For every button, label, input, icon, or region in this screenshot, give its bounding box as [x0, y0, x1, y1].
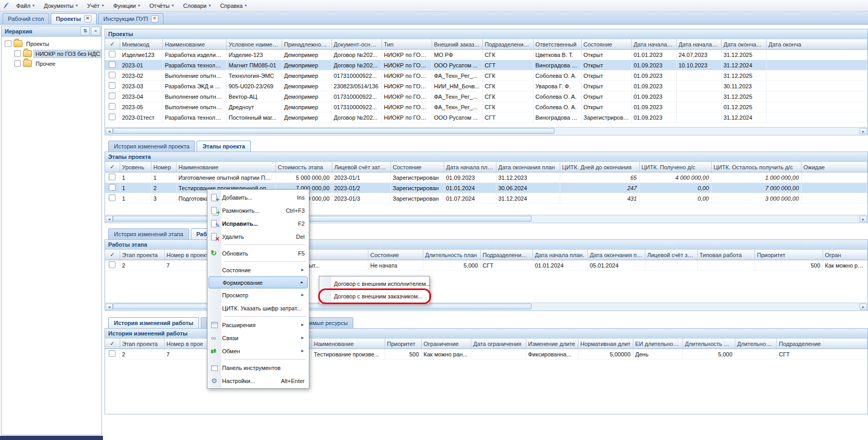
collapse-panel-icon[interactable]: « [91, 27, 100, 36]
menu-accounting[interactable]: Учёт▾ [83, 2, 109, 10]
cell[interactable]: 017310000922... [331, 91, 381, 102]
menu-item[interactable]: Договор с внешним исполнителем... [320, 277, 428, 290]
cell[interactable]: Договор №202... [331, 60, 381, 71]
cell[interactable]: 0,00 [639, 183, 711, 193]
menu-item[interactable]: Размножить...Ctrl+F3 [209, 204, 308, 217]
tree-checkbox[interactable] [5, 40, 11, 47]
column-header[interactable]: Длительность пла [682, 339, 735, 349]
cell[interactable]: 5,000 [423, 260, 480, 271]
cell[interactable]: СГК [482, 102, 533, 112]
select-column-header[interactable]: ✓ [105, 339, 120, 349]
select-column-header[interactable]: ✓ [105, 162, 120, 172]
menu-item[interactable]: Состояние► [209, 263, 308, 276]
cell[interactable]: Демопример [282, 50, 331, 60]
cell[interactable] [766, 60, 867, 71]
column-header[interactable]: Состояние [390, 162, 444, 172]
cell[interactable]: 431 [560, 193, 639, 204]
table-row[interactable]: 2023-01тестРазработка технологии и...Пос… [105, 112, 867, 123]
cell[interactable]: Уварова Г. Ф. [533, 81, 581, 91]
column-header[interactable]: Подразделение-от [482, 39, 533, 50]
row-checkbox[interactable] [109, 82, 115, 89]
cell[interactable]: Демопример [282, 102, 331, 112]
cell[interactable]: 31.12.2025 [721, 50, 766, 60]
cell[interactable]: 01.09.2023 [631, 102, 676, 112]
cell[interactable]: 65 [560, 172, 639, 183]
cell[interactable]: 01.09.2023 [631, 81, 676, 91]
row-checkbox[interactable] [109, 261, 115, 268]
cell[interactable]: 2023-01тест [120, 112, 163, 123]
row-checkbox[interactable] [109, 72, 115, 78]
row-checkbox[interactable] [109, 194, 115, 201]
cell[interactable]: Договор №202... [331, 50, 381, 60]
tab-project-history[interactable]: История изменений проекта [108, 141, 195, 152]
cell[interactable] [766, 91, 867, 102]
column-header[interactable]: Ожидае [801, 162, 867, 172]
row-checkbox[interactable] [109, 113, 115, 120]
cell[interactable]: Выполнение опытно-конс... [163, 91, 226, 102]
cell[interactable]: 01.01.2024 [444, 183, 496, 193]
cell[interactable]: 01.12.2025 [721, 102, 766, 112]
menu-documents[interactable]: Документы▾ [39, 2, 83, 10]
cell[interactable]: СГК [482, 81, 533, 91]
column-header[interactable]: Длительность фак [735, 339, 777, 349]
column-header[interactable]: Дата ограничения [471, 339, 526, 349]
menu-item[interactable]: ЦИТК. Указать шифр затрат... [209, 302, 308, 315]
cell[interactable]: ООО Русатом ... [432, 112, 482, 123]
column-header[interactable]: Этап проекта [120, 250, 164, 260]
cell[interactable]: ООО Русатом ... [432, 60, 482, 71]
cell[interactable]: 31.12.2024 [721, 60, 766, 71]
column-header[interactable]: Ограничение [421, 339, 471, 349]
cell[interactable]: Договор №202... [331, 112, 381, 123]
cell[interactable] [766, 71, 867, 81]
cell[interactable]: 01.01.2023 [631, 50, 676, 60]
cell[interactable]: Разработка изделия 123 [163, 50, 226, 60]
menu-item[interactable]: Настройки...Alt+Enter [209, 374, 308, 387]
cell[interactable]: Цветкова В. Т. [533, 50, 581, 60]
cell[interactable]: 0,00 [639, 193, 711, 204]
column-header[interactable]: Огран [823, 250, 867, 260]
column-header[interactable]: Приоритет [385, 339, 421, 349]
cell[interactable]: 01.09.2023 [631, 91, 676, 102]
menu-help[interactable]: Справка▾ [215, 2, 251, 10]
column-header[interactable]: Дата начала план [631, 39, 676, 50]
cell[interactable] [801, 183, 867, 193]
select-column-header[interactable]: ✓ [105, 39, 120, 50]
menu-item[interactable]: Исправить...F2 [209, 217, 308, 230]
scroll-left-icon[interactable]: ◄ [106, 304, 113, 310]
cell[interactable]: 31.12.2025 [721, 91, 766, 102]
cell[interactable]: 01.07.2024 [444, 193, 496, 204]
cell[interactable]: 2023-01/2 [332, 183, 390, 193]
cell[interactable]: НИОКР по ГОЗ ... [381, 81, 432, 91]
menu-item[interactable]: Расширения► [209, 318, 308, 331]
cell[interactable]: Как можно ран... [421, 349, 471, 360]
scroll-thumb[interactable] [113, 128, 554, 134]
cell[interactable]: 30.11.2023 [721, 81, 766, 91]
column-header[interactable]: Состояние [368, 250, 423, 260]
tab-desktop[interactable]: Рабочий стол [3, 13, 49, 24]
cell[interactable] [676, 112, 721, 123]
cell[interactable]: СГТ [482, 112, 533, 123]
cell[interactable]: СГТ [480, 260, 533, 271]
cell[interactable]: 2023-04 [120, 91, 163, 102]
row-checkbox[interactable] [109, 61, 115, 68]
column-header[interactable]: Состояние [581, 39, 631, 50]
cell[interactable]: 1 [120, 172, 151, 183]
menu-item[interactable]: Связи► [209, 331, 308, 344]
cell[interactable]: 5,000 [682, 349, 735, 360]
cell[interactable]: НИОКР по ГОЗ ... [381, 112, 432, 123]
cell[interactable]: НИОКР по ГОЗ ... [381, 60, 432, 71]
scroll-left-icon[interactable]: ◄ [106, 128, 113, 134]
cell[interactable]: Тестирование произве... [311, 349, 385, 360]
tab-work-history[interactable]: История изменений работы [108, 317, 199, 328]
menu-item[interactable]: ОбновитьF5 [209, 247, 308, 260]
cell[interactable]: Изготовление опытной партии ПМ0... [176, 172, 275, 183]
cell[interactable]: Зарегистрирован [390, 183, 444, 193]
row-checkbox[interactable] [109, 173, 115, 180]
row-checkbox[interactable] [109, 51, 115, 57]
row-checkbox[interactable] [109, 184, 115, 191]
column-header[interactable]: Внешний заказчик [432, 39, 482, 50]
cell[interactable]: 5,00000 [578, 349, 633, 360]
cell[interactable]: 3 [151, 193, 176, 204]
cell[interactable]: Виноградова А... [533, 60, 581, 71]
cell[interactable]: 017310000922... [331, 102, 381, 112]
